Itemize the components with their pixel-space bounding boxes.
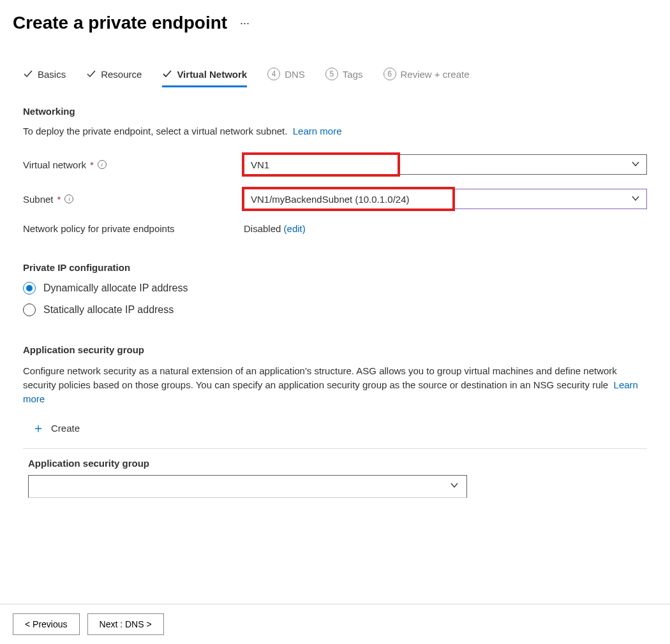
policy-label: Network policy for private endpoints	[23, 223, 244, 234]
tab-label: Basics	[38, 69, 66, 80]
tab-label: Tags	[343, 69, 363, 80]
tab-tags[interactable]: 5 Tags	[325, 64, 363, 87]
label-text: Network policy for private endpoints	[23, 223, 175, 234]
info-icon[interactable]: i	[64, 194, 73, 203]
create-asg-button[interactable]: ＋ Create	[23, 420, 647, 437]
tabs: Basics Resource Virtual Network 4 DNS 5 …	[13, 64, 657, 88]
private-ip-heading: Private IP configuration	[23, 262, 647, 273]
footer: < Previous Next : DNS >	[0, 604, 670, 644]
asg-heading: Application security group	[23, 344, 647, 355]
radio-dynamic-ip[interactable]: Dynamically allocate IP address	[23, 282, 647, 295]
label-text: Subnet	[23, 194, 54, 205]
tab-label: Virtual Network	[177, 69, 247, 80]
asg-select[interactable]	[28, 475, 467, 498]
tab-resource[interactable]: Resource	[86, 64, 142, 87]
networking-helper: To deploy the private endpoint, select a…	[23, 126, 647, 136]
tab-label: DNS	[285, 69, 305, 80]
chevron-down-icon	[631, 194, 640, 205]
tab-dns[interactable]: 4 DNS	[267, 64, 305, 87]
step-number-icon: 6	[383, 68, 396, 80]
label-text: Virtual network	[23, 159, 86, 170]
radio-icon	[23, 304, 36, 316]
radio-static-ip[interactable]: Statically allocate IP address	[23, 304, 647, 316]
radio-icon	[23, 282, 36, 295]
page-title: Create a private endpoint	[13, 13, 227, 33]
required-star-icon: *	[57, 194, 61, 205]
networking-heading: Networking	[23, 106, 647, 117]
step-number-icon: 4	[267, 68, 280, 80]
select-value: VN1/myBackendSubnet (10.0.1.0/24)	[251, 194, 409, 205]
vnet-select[interactable]: VN1	[244, 154, 647, 175]
step-number-icon: 5	[325, 68, 338, 80]
learn-more-link[interactable]: Learn more	[293, 126, 342, 136]
tab-label: Review + create	[401, 69, 470, 80]
tab-review-create[interactable]: 6 Review + create	[383, 64, 470, 87]
info-icon[interactable]: i	[98, 160, 107, 169]
chevron-down-icon	[631, 159, 640, 170]
radio-label: Dynamically allocate IP address	[43, 282, 188, 294]
policy-value: Disabled	[244, 223, 281, 234]
more-icon[interactable]: ···	[240, 17, 249, 30]
asg-description: Configure network security as a natural …	[23, 365, 617, 390]
chevron-down-icon	[450, 481, 459, 492]
asg-column-label: Application security group	[23, 458, 647, 469]
previous-button[interactable]: < Previous	[13, 613, 80, 635]
tab-basics[interactable]: Basics	[23, 64, 66, 87]
checkmark-icon	[86, 69, 96, 79]
checkmark-icon	[23, 69, 33, 79]
checkmark-icon	[162, 69, 172, 79]
plus-icon: ＋	[32, 420, 45, 437]
tab-virtual-network[interactable]: Virtual Network	[162, 64, 247, 87]
create-label: Create	[51, 423, 80, 434]
tab-label: Resource	[101, 69, 142, 80]
next-button[interactable]: Next : DNS >	[87, 613, 164, 635]
vnet-label: Virtual network * i	[23, 159, 244, 170]
radio-label: Statically allocate IP address	[43, 304, 174, 316]
required-star-icon: *	[90, 159, 94, 170]
select-value: VN1	[251, 159, 269, 170]
subnet-label: Subnet * i	[23, 194, 244, 205]
subnet-select[interactable]: VN1/myBackendSubnet (10.0.1.0/24)	[244, 189, 647, 209]
helper-text: To deploy the private endpoint, select a…	[23, 126, 287, 136]
edit-policy-link[interactable]: (edit)	[284, 223, 306, 234]
